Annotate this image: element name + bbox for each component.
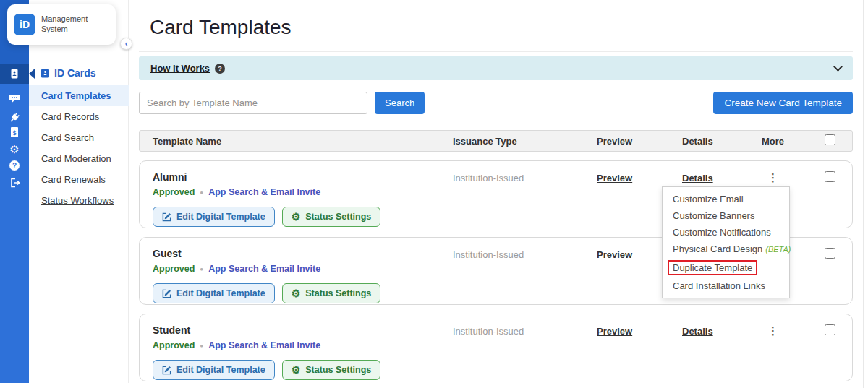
select-all-checkbox[interactable] <box>825 134 835 145</box>
template-name: Guest <box>153 248 453 259</box>
active-rail-notch <box>29 69 35 79</box>
gear-icon: ⚙ <box>292 212 301 222</box>
more-kebab-icon[interactable]: ⋮ <box>767 171 778 184</box>
row-checkbox[interactable] <box>825 171 835 182</box>
preview-link[interactable]: Preview <box>597 173 632 184</box>
details-link[interactable]: Details <box>682 326 713 337</box>
status-settings-button[interactable]: ⚙ Status Settings <box>282 283 381 303</box>
col-select <box>807 134 852 147</box>
main-area: Card Templates How It Works ? Search Cre… <box>129 0 864 388</box>
col-issuance-type: Issuance Type <box>453 136 594 147</box>
sidebar-item-card-templates[interactable]: Card Templates <box>29 85 129 106</box>
page-title: Card Templates <box>150 16 853 39</box>
help-icon: ? <box>215 64 225 74</box>
toolbar: Search Create New Card Template <box>139 92 853 114</box>
menu-item-duplicate-template[interactable]: Duplicate Template <box>663 258 789 277</box>
rail-item-logout[interactable] <box>0 173 29 193</box>
template-status-line: Approved ● App Search & Email Invite <box>153 264 453 274</box>
sidebar-collapse-button[interactable]: ‹ <box>120 38 132 50</box>
preview-link[interactable]: Preview <box>597 326 632 337</box>
table-header: Template Name Issuance Type Preview Deta… <box>139 130 853 152</box>
separator-dot: ● <box>200 342 203 349</box>
separator-dot: ● <box>200 266 203 272</box>
col-template-name: Template Name <box>140 136 453 147</box>
table-row-student: Student Approved ● App Search & Email In… <box>139 314 853 381</box>
menu-item-customize-email[interactable]: Customize Email <box>663 191 789 207</box>
menu-item-physical-card-design[interactable]: Physical Card Design(BETA) <box>663 241 789 258</box>
sidebar-item-card-moderation[interactable]: Card Moderation <box>29 148 129 169</box>
id-cards-section-icon <box>41 69 50 78</box>
menu-item-customize-banners[interactable]: Customize Banners <box>663 207 789 224</box>
status-badge: Approved <box>153 187 195 197</box>
edit-pencil-icon <box>162 212 171 222</box>
edit-digital-template-button[interactable]: Edit Digital Template <box>153 207 275 227</box>
chat-icon <box>9 92 20 104</box>
sidebar-item-status-workflows[interactable]: Status Workflows <box>29 190 129 211</box>
row-checkbox[interactable] <box>825 324 835 335</box>
question-circle-icon: ? <box>9 160 20 171</box>
app-logo[interactable]: iD Management System <box>7 4 116 45</box>
more-kebab-icon[interactable]: ⋮ <box>767 324 778 337</box>
menu-item-card-installation-links[interactable]: Card Installation Links <box>663 277 789 294</box>
more-actions-menu: Customize Email Customize Banners Custom… <box>662 186 790 298</box>
distribution-link[interactable]: App Search & Email Invite <box>208 340 320 350</box>
search-input[interactable] <box>139 92 367 114</box>
sidebar-item-card-search[interactable]: Card Search <box>29 127 129 148</box>
logo-name: Management System <box>41 14 88 35</box>
invoice-icon: $ <box>9 126 20 138</box>
rail-item-id-cards[interactable] <box>0 64 29 84</box>
gear-icon: ⚙ <box>292 288 301 298</box>
sidebar-nav: ID Cards Card Templates Card Records Car… <box>29 65 129 211</box>
search-button[interactable]: Search <box>375 92 425 114</box>
nav-section-id-cards: ID Cards <box>29 65 129 85</box>
how-it-works-link[interactable]: How It Works <box>150 63 210 74</box>
status-badge: Approved <box>153 340 195 350</box>
issuance-type: Institution-Issued <box>453 248 594 260</box>
beta-badge: (BETA) <box>765 245 791 254</box>
distribution-link[interactable]: App Search & Email Invite <box>208 187 320 197</box>
title-divider <box>139 51 853 52</box>
status-settings-button[interactable]: ⚙ Status Settings <box>282 360 381 380</box>
col-details: Details <box>666 136 739 147</box>
highlight-annotation-box: Duplicate Template <box>668 260 757 275</box>
svg-text:?: ? <box>12 162 17 170</box>
col-more: More <box>739 136 807 147</box>
row-checkbox[interactable] <box>825 248 835 259</box>
edit-digital-template-button[interactable]: Edit Digital Template <box>153 283 275 303</box>
chevron-left-icon: ‹ <box>125 39 128 48</box>
status-settings-button[interactable]: ⚙ Status Settings <box>282 207 381 227</box>
template-name: Alumni <box>153 171 453 183</box>
rail-item-chat[interactable] <box>0 88 29 108</box>
separator-dot: ● <box>200 189 203 196</box>
logo-mark: iD <box>14 14 35 35</box>
details-link[interactable]: Details <box>682 173 713 184</box>
distribution-link[interactable]: App Search & Email Invite <box>208 264 320 274</box>
edit-digital-template-button[interactable]: Edit Digital Template <box>153 360 275 380</box>
sidebar-item-card-records[interactable]: Card Records <box>29 106 129 127</box>
gear-icon: ⚙ <box>292 365 301 375</box>
issuance-type: Institution-Issued <box>453 171 594 184</box>
col-preview: Preview <box>594 136 666 147</box>
sidebar-item-card-renewals[interactable]: Card Renewals <box>29 169 129 190</box>
menu-item-customize-notifications[interactable]: Customize Notifications <box>663 224 789 241</box>
template-status-line: Approved ● App Search & Email Invite <box>153 340 453 350</box>
chevron-down-icon[interactable] <box>833 62 843 72</box>
id-card-icon <box>9 68 20 79</box>
nav-section-label: ID Cards <box>54 67 96 79</box>
template-name: Student <box>153 324 453 336</box>
sign-out-icon <box>9 177 20 189</box>
gear-icon: ⚙ <box>9 144 19 155</box>
create-new-card-template-button[interactable]: Create New Card Template <box>713 92 853 114</box>
how-it-works-bar: How It Works ? <box>139 56 853 80</box>
preview-link[interactable]: Preview <box>597 249 632 260</box>
svg-text:$: $ <box>12 129 16 137</box>
edit-pencil-icon <box>162 366 171 375</box>
template-status-line: Approved ● App Search & Email Invite <box>153 187 453 197</box>
issuance-type: Institution-Issued <box>453 324 594 337</box>
edit-pencil-icon <box>162 289 171 298</box>
icon-rail: $ ⚙ ? <box>0 0 29 383</box>
status-badge: Approved <box>153 264 195 274</box>
